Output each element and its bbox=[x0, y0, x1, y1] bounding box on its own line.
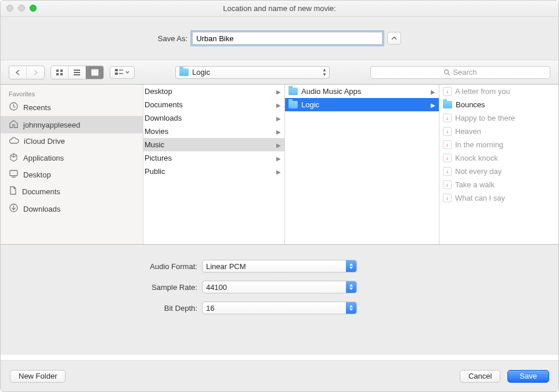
audio-format-value: Linear PCM bbox=[206, 262, 246, 271]
folder-icon bbox=[288, 88, 298, 95]
list-item-label: Desktop bbox=[145, 87, 172, 96]
collapse-toggle-button[interactable] bbox=[387, 32, 401, 45]
bit-depth-popup[interactable]: 16 bbox=[202, 302, 357, 314]
bottom-bar: New Folder Cancel Save bbox=[1, 360, 558, 391]
sidebar-item-desktop[interactable]: Desktop bbox=[1, 166, 143, 183]
list-item[interactable]: What can I say bbox=[439, 191, 558, 205]
audio-file-icon bbox=[443, 194, 452, 202]
list-item-label: Pictures bbox=[145, 154, 172, 162]
list-item[interactable]: Knock knock bbox=[439, 151, 558, 165]
sidebar-item-applications[interactable]: Applications bbox=[1, 149, 143, 166]
sidebar-item-label: johnnyappleseed bbox=[23, 121, 80, 129]
list-item[interactable]: Bounces bbox=[439, 98, 558, 111]
audio-format-label: Audio Format: bbox=[1, 262, 197, 271]
view-icons-button[interactable] bbox=[51, 66, 68, 79]
chevron-right-icon: ▶ bbox=[276, 141, 281, 148]
list-item[interactable]: Downloads▶ bbox=[143, 111, 284, 125]
file-browser: Favorites RecentsjohnnyappleseediCloud D… bbox=[1, 85, 558, 245]
chevron-right-icon: ▶ bbox=[431, 88, 435, 95]
nav-back-button[interactable] bbox=[9, 66, 27, 79]
sidebar: Favorites RecentsjohnnyappleseediCloud D… bbox=[1, 85, 143, 244]
svg-rect-4 bbox=[74, 70, 80, 71]
clock-icon bbox=[9, 101, 19, 113]
home-icon bbox=[9, 119, 19, 130]
list-item[interactable]: Logic▶ bbox=[285, 98, 439, 111]
list-item[interactable]: Not every day bbox=[439, 165, 558, 178]
cancel-button[interactable]: Cancel bbox=[460, 370, 500, 383]
window-controls bbox=[6, 5, 37, 12]
sidebar-item-recents[interactable]: Recents bbox=[1, 99, 143, 116]
minimize-icon[interactable] bbox=[18, 5, 25, 12]
svg-rect-1 bbox=[60, 70, 63, 72]
sidebar-header: Favorites bbox=[1, 87, 143, 99]
list-item[interactable]: Pictures▶ bbox=[143, 151, 284, 165]
folder-icon bbox=[179, 68, 189, 76]
sidebar-item-label: iCloud Drive bbox=[24, 137, 65, 146]
list-item-label: Knock knock bbox=[455, 154, 498, 162]
audio-format-popup[interactable]: Linear PCM bbox=[202, 260, 357, 273]
doc-icon bbox=[9, 186, 17, 197]
list-item[interactable]: Heaven bbox=[439, 125, 558, 138]
view-columns-button[interactable] bbox=[86, 66, 103, 79]
column-3: A letter from youBouncesHappy to be ther… bbox=[439, 85, 558, 244]
zoom-icon[interactable] bbox=[30, 5, 37, 12]
list-item[interactable]: Documents▶ bbox=[143, 98, 284, 111]
new-folder-button[interactable]: New Folder bbox=[10, 370, 66, 383]
list-item[interactable]: Public▶ bbox=[143, 165, 284, 178]
list-item-label: Bounces bbox=[456, 100, 485, 109]
sidebar-item-downloads[interactable]: Downloads bbox=[1, 200, 143, 217]
svg-rect-2 bbox=[56, 73, 59, 75]
group-by-button[interactable] bbox=[110, 66, 135, 79]
audio-file-icon bbox=[443, 154, 452, 162]
list-item-label: Public bbox=[145, 167, 165, 176]
svg-line-15 bbox=[448, 74, 450, 75]
save-as-input[interactable] bbox=[192, 32, 383, 45]
sidebar-item-icloud-drive[interactable]: iCloud Drive bbox=[1, 133, 143, 149]
list-item[interactable]: Music▶ bbox=[143, 138, 284, 151]
list-item-label: Logic bbox=[301, 100, 319, 109]
save-as-row: Save As: bbox=[1, 17, 558, 60]
list-item-label: A letter from you bbox=[455, 87, 510, 96]
location-popup[interactable]: Logic ▲▼ bbox=[175, 66, 330, 79]
sample-rate-popup[interactable]: 44100 bbox=[202, 281, 357, 293]
close-icon[interactable] bbox=[6, 5, 13, 12]
bit-depth-value: 16 bbox=[206, 304, 214, 313]
svg-point-14 bbox=[445, 70, 449, 74]
column-2: Audio Music Apps▶Logic▶ bbox=[285, 85, 439, 244]
svg-rect-13 bbox=[119, 73, 123, 74]
list-item[interactable]: Happy to be there bbox=[439, 111, 558, 125]
list-item[interactable]: In the morning bbox=[439, 138, 558, 151]
titlebar: Location and name of new movie: bbox=[1, 1, 558, 17]
sidebar-item-documents[interactable]: Documents bbox=[1, 183, 143, 200]
svg-rect-12 bbox=[119, 70, 123, 71]
apps-icon bbox=[9, 152, 19, 164]
list-item-label: Heaven bbox=[455, 127, 481, 136]
list-item-label: What can I say bbox=[455, 194, 505, 202]
svg-rect-5 bbox=[74, 72, 80, 73]
save-button[interactable]: Save bbox=[507, 370, 549, 383]
list-item-label: Happy to be there bbox=[455, 114, 515, 122]
svg-rect-3 bbox=[60, 73, 63, 75]
svg-rect-17 bbox=[10, 170, 17, 176]
updown-icon bbox=[346, 281, 356, 293]
chevron-right-icon: ▶ bbox=[431, 101, 435, 108]
list-item[interactable]: Movies▶ bbox=[143, 125, 284, 138]
list-item[interactable]: Take a walk bbox=[439, 178, 558, 191]
search-input[interactable]: Search bbox=[370, 66, 550, 79]
toolbar: Logic ▲▼ Search bbox=[1, 60, 558, 85]
list-item-label: Not every day bbox=[455, 167, 502, 176]
audio-file-icon bbox=[443, 140, 452, 149]
view-segment bbox=[51, 66, 104, 79]
updown-icon: ▲▼ bbox=[322, 68, 327, 77]
nav-forward-button[interactable] bbox=[27, 66, 44, 79]
chevron-right-icon: ▶ bbox=[276, 168, 281, 175]
chevron-right-icon: ▶ bbox=[276, 128, 281, 135]
sidebar-item-label: Applications bbox=[23, 154, 64, 162]
svg-rect-8 bbox=[94, 70, 96, 75]
sidebar-item-johnnyappleseed[interactable]: johnnyappleseed bbox=[1, 116, 143, 133]
list-item-label: Take a walk bbox=[455, 180, 495, 189]
list-item[interactable]: Desktop▶ bbox=[143, 85, 284, 98]
list-item[interactable]: Audio Music Apps▶ bbox=[285, 85, 439, 98]
view-list-button[interactable] bbox=[68, 66, 86, 79]
list-item[interactable]: A letter from you bbox=[439, 85, 558, 98]
